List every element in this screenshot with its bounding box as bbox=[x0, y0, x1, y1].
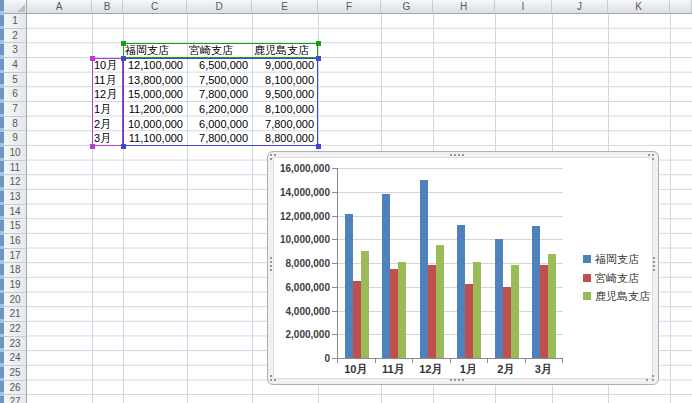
row-header-24[interactable]: 24 bbox=[4, 351, 27, 366]
chart-selection-handle[interactable] bbox=[653, 257, 655, 259]
row-header-25[interactable]: 25 bbox=[4, 366, 27, 381]
selection-handle[interactable] bbox=[316, 144, 321, 149]
bar-福岡支店-1月[interactable] bbox=[457, 225, 465, 358]
chart-selection-handle[interactable] bbox=[458, 379, 460, 381]
bar-鹿児島支店-11月[interactable] bbox=[398, 262, 406, 358]
chart-selection-handle[interactable] bbox=[462, 379, 464, 381]
chart-selection-handle[interactable] bbox=[652, 379, 654, 381]
row-header-5[interactable]: 5 bbox=[4, 73, 27, 88]
bar-宮崎支店-2月[interactable] bbox=[503, 287, 511, 358]
chart-selection-handle[interactable] bbox=[648, 154, 650, 156]
row-header-6[interactable]: 6 bbox=[4, 87, 27, 102]
chart-selection-handle[interactable] bbox=[270, 154, 272, 156]
categories-selection-border bbox=[92, 58, 123, 146]
row-header-22[interactable]: 22 bbox=[4, 322, 27, 337]
row-header-26[interactable]: 26 bbox=[4, 381, 27, 396]
row-header-13[interactable]: 13 bbox=[4, 190, 27, 205]
bar-宮崎支店-12月[interactable] bbox=[428, 265, 436, 358]
bar-鹿児島支店-2月[interactable] bbox=[511, 265, 519, 358]
bar-福岡支店-10月[interactable] bbox=[345, 214, 353, 358]
column-header-B[interactable]: B bbox=[92, 0, 123, 14]
bar-鹿児島支店-1月[interactable] bbox=[473, 262, 481, 358]
row-header-14[interactable]: 14 bbox=[4, 205, 27, 220]
column-header-K[interactable]: K bbox=[608, 0, 670, 14]
column-header-G[interactable]: G bbox=[381, 0, 433, 14]
row-header-17[interactable]: 17 bbox=[4, 249, 27, 264]
bar-鹿児島支店-3月[interactable] bbox=[548, 254, 556, 359]
chart-selection-handle[interactable] bbox=[450, 379, 452, 381]
bar-宮崎支店-10月[interactable] bbox=[353, 281, 361, 358]
row-header-2[interactable]: 2 bbox=[4, 29, 27, 44]
chart-selection-handle[interactable] bbox=[653, 261, 655, 263]
row-header-15[interactable]: 15 bbox=[4, 219, 27, 234]
chart[interactable]: 02,000,0004,000,0006,000,0008,000,00010,… bbox=[267, 151, 659, 385]
select-all-button[interactable] bbox=[4, 0, 27, 14]
bar-鹿児島支店-12月[interactable] bbox=[436, 245, 444, 358]
row-header-4[interactable]: 4 bbox=[4, 58, 27, 73]
chart-selection-handle[interactable] bbox=[458, 154, 460, 156]
bar-福岡支店-11月[interactable] bbox=[382, 194, 390, 358]
chart-selection-handle[interactable] bbox=[454, 154, 456, 156]
chart-selection-handle[interactable] bbox=[652, 158, 654, 160]
bar-宮崎支店-11月[interactable] bbox=[390, 269, 398, 358]
chart-selection-handle[interactable] bbox=[652, 154, 654, 156]
chart-selection-handle[interactable] bbox=[270, 261, 272, 263]
bar-鹿児島支店-10月[interactable] bbox=[361, 251, 369, 358]
row-header-19[interactable]: 19 bbox=[4, 278, 27, 293]
row-header-18[interactable]: 18 bbox=[4, 263, 27, 278]
chart-selection-handle[interactable] bbox=[270, 379, 272, 381]
column-header-A[interactable]: A bbox=[27, 0, 92, 14]
row-header-23[interactable]: 23 bbox=[4, 337, 27, 352]
selection-handle[interactable] bbox=[316, 41, 321, 46]
chart-gridline bbox=[338, 239, 563, 240]
column-header-J[interactable]: J bbox=[552, 0, 608, 14]
row-header-27[interactable]: 27 bbox=[4, 395, 27, 403]
chart-selection-handle[interactable] bbox=[653, 269, 655, 271]
chart-selection-handle[interactable] bbox=[270, 265, 272, 267]
row-header-3[interactable]: 3 bbox=[4, 43, 27, 58]
selection-handle[interactable] bbox=[121, 144, 126, 149]
chart-selection-handle[interactable] bbox=[274, 379, 276, 381]
row-header-1[interactable]: 1 bbox=[4, 14, 27, 29]
chart-selection-handle[interactable] bbox=[652, 375, 654, 377]
column-header-C[interactable]: C bbox=[123, 0, 187, 14]
chart-selection-handle[interactable] bbox=[274, 154, 276, 156]
bar-宮崎支店-1月[interactable] bbox=[465, 284, 473, 358]
bar-福岡支店-12月[interactable] bbox=[420, 180, 428, 358]
row-header-20[interactable]: 20 bbox=[4, 293, 27, 308]
bar-宮崎支店-3月[interactable] bbox=[540, 265, 548, 358]
selection-handle[interactable] bbox=[121, 56, 126, 61]
x-axis-tick bbox=[562, 359, 563, 363]
selection-handle[interactable] bbox=[90, 144, 95, 149]
row-header-8[interactable]: 8 bbox=[4, 117, 27, 132]
chart-selection-handle[interactable] bbox=[270, 158, 272, 160]
selection-handle[interactable] bbox=[316, 56, 321, 61]
selection-handle[interactable] bbox=[121, 41, 126, 46]
chart-selection-handle[interactable] bbox=[462, 154, 464, 156]
chart-selection-handle[interactable] bbox=[450, 154, 452, 156]
row-header-11[interactable]: 11 bbox=[4, 161, 27, 176]
y-axis-label: 10,000,000 bbox=[268, 234, 330, 245]
chart-selection-handle[interactable] bbox=[653, 265, 655, 267]
column-header-E[interactable]: E bbox=[252, 0, 318, 14]
row-header-7[interactable]: 7 bbox=[4, 102, 27, 117]
row-header-16[interactable]: 16 bbox=[4, 234, 27, 249]
row-header-12[interactable]: 12 bbox=[4, 175, 27, 190]
column-header-F[interactable]: F bbox=[318, 0, 381, 14]
bar-福岡支店-3月[interactable] bbox=[532, 226, 540, 358]
column-header-I[interactable]: I bbox=[495, 0, 552, 14]
row-header-21[interactable]: 21 bbox=[4, 307, 27, 322]
column-header-H[interactable]: H bbox=[433, 0, 495, 14]
chart-selection-handle[interactable] bbox=[270, 375, 272, 377]
row-header-10[interactable]: 10 bbox=[4, 146, 27, 161]
chart-selection-handle[interactable] bbox=[454, 379, 456, 381]
chart-selection-handle[interactable] bbox=[270, 269, 272, 271]
chart-selection-handle[interactable] bbox=[646, 379, 648, 381]
column-header-D[interactable]: D bbox=[187, 0, 252, 14]
selection-handle[interactable] bbox=[90, 56, 95, 61]
y-axis-label: 12,000,000 bbox=[268, 211, 330, 222]
column-header-partial[interactable] bbox=[670, 0, 692, 14]
row-header-9[interactable]: 9 bbox=[4, 131, 27, 146]
chart-selection-handle[interactable] bbox=[270, 257, 272, 259]
bar-福岡支店-2月[interactable] bbox=[495, 239, 503, 358]
